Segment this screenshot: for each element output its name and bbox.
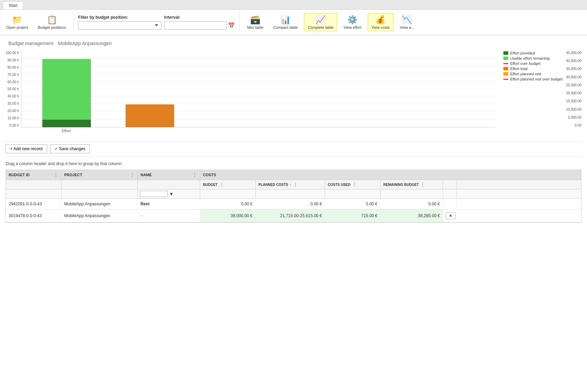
filter-row: ▼ [6, 189, 581, 199]
filter-budget-id [6, 189, 61, 198]
sub-header-row: BUDGET ⋮ PLANNED COSTS ↑ ⋮ COSTS USED ⋮ … [6, 180, 581, 189]
divider-1 [74, 12, 74, 33]
add-record-button[interactable]: + Add new record [6, 144, 47, 153]
legend-color-5 [503, 79, 508, 80]
cell-costs-used-1: 715.00 € [325, 210, 381, 222]
chart-y-axis-right: 45,000.00 40,000.00 35,000.00 30,000.00 … [563, 51, 582, 127]
sort-arrow-planned-costs[interactable]: ↑ [290, 183, 291, 187]
cell-remaining-budget-0: 0.00 € [381, 199, 443, 209]
mini-table-button[interactable]: 🗃️ Mini table [244, 14, 267, 31]
filter-name: ▼ [138, 189, 200, 198]
filter-costs-used [325, 189, 381, 198]
complete-table-icon: 📈 [315, 15, 326, 25]
col-header-name: NAME ⋮ [138, 170, 200, 180]
effort-bar [42, 51, 91, 127]
filter-select[interactable] [78, 21, 161, 29]
view-costs-icon: 💰 [375, 15, 386, 25]
budget-positions-icon: 📋 [47, 15, 57, 25]
cell-remaining-budget-1: 38,285.00 € [381, 210, 443, 222]
sub-col-remaining-budget: REMAINING BUDGET ⋮ [381, 180, 443, 189]
sub-col-action [443, 180, 457, 189]
divider-2 [239, 12, 239, 33]
col-header-project: PROJECT ⋮ [61, 170, 138, 180]
cell-budget-id-1: 3019478-0.0-0-43 [6, 210, 61, 222]
legend-item-1: Usable effort remaining [503, 56, 563, 60]
sub-col-planned-costs: PLANNED COSTS ↑ ⋮ [256, 180, 325, 189]
chart-y-axis-left: 100.00 h 90.00 h 80.00 h 70.00 h 60.00 h… [6, 51, 21, 127]
complete-table-button[interactable]: 📈 Complete table [304, 13, 337, 31]
view-a-button[interactable]: 📉 View a... [396, 14, 418, 31]
sub-col-costs-used: COSTS USED ⋮ [325, 180, 381, 189]
cell-name-0: Rest [138, 199, 200, 209]
filter-action [443, 189, 457, 198]
legend-color-2 [503, 63, 508, 64]
actions-bar: + Add new record ✓ Save changes [6, 141, 581, 156]
chart-grid [21, 51, 496, 127]
cell-planned-costs-0: 0.00 € [256, 199, 325, 209]
view-effort-icon: ⚙️ [347, 15, 358, 25]
interval-label: Interval: [164, 15, 235, 20]
compact-table-icon: 📊 [280, 15, 291, 25]
cell-project-1: MobileApp Anpassungen [61, 210, 138, 222]
x-label-effort: Effort [42, 129, 91, 133]
bar-orange [126, 104, 174, 127]
planned-rest-bar [126, 51, 174, 127]
save-changes-button[interactable]: ✓ Save changes [50, 144, 90, 153]
legend-item-4: Effort planned rest [503, 72, 563, 76]
cell-planned-costs-1: 21,715.00-25,615.00 € [256, 210, 325, 222]
page-content: Budget management MobileApp Anpassungen … [0, 35, 587, 392]
sub-col-name [138, 180, 200, 189]
legend-item-2: Effort over budget [503, 61, 563, 66]
bar-light-green [42, 59, 91, 120]
data-table: BUDGET ID ⋮ PROJECT ⋮ NAME ⋮ COSTS BUDGE… [6, 170, 581, 223]
legend-item-5: Effort planned rest over budget [503, 77, 563, 81]
filter-project [61, 189, 138, 198]
bar-dark-green [42, 120, 91, 127]
legend-item-3: Effort total [503, 67, 563, 71]
legend-color-4 [503, 72, 508, 76]
name-filter-input[interactable] [140, 191, 168, 197]
budget-positions-button[interactable]: 📋 Budget positions [34, 14, 69, 31]
interval-input[interactable] [164, 21, 227, 29]
filter-funnel-icon[interactable]: ▼ [169, 191, 174, 197]
toolbar: 📁 Open project 📋 Budget positions Filter… [0, 10, 587, 35]
close-row-button[interactable]: ✕ [446, 212, 456, 219]
effort-bar-stack [42, 59, 91, 127]
calendar-icon[interactable]: 📅 [228, 22, 235, 29]
tab-bar: Start [0, 0, 587, 10]
filter-remaining-budget [381, 189, 443, 198]
legend-color-0 [503, 51, 508, 55]
cell-action-1: ✕ [443, 210, 457, 222]
cell-costs-used-0: 0.00 € [325, 199, 381, 209]
cell-budget-0: 0.00 € [200, 199, 256, 209]
cell-action-0 [443, 199, 457, 209]
col-header-budget-id: BUDGET ID ⋮ [6, 170, 61, 180]
interval-section: Interval: 📅 [164, 15, 235, 29]
mini-table-icon: 🗃️ [250, 15, 261, 25]
sub-col-project [61, 180, 138, 189]
open-project-icon: 📁 [12, 15, 22, 25]
view-effort-button[interactable]: ⚙️ View effort [340, 14, 365, 31]
legend-color-3 [503, 67, 508, 70]
page-title: Budget management MobileApp Anpassungen [6, 40, 581, 47]
start-tab[interactable]: Start [3, 1, 23, 9]
view-costs-button[interactable]: 💰 View costs [368, 13, 393, 31]
filter-planned-costs [256, 189, 325, 198]
open-project-button[interactable]: 📁 Open project [3, 14, 32, 31]
filter-label: Filter by budget position: [78, 15, 161, 20]
col-header-costs: COSTS [200, 170, 581, 180]
compact-table-button[interactable]: 📊 Compact table [270, 14, 301, 31]
drag-hint: Drag a column header and drop it here to… [6, 159, 581, 168]
chart-container: 100.00 h 90.00 h 80.00 h 70.00 h 60.00 h… [6, 51, 581, 133]
cell-budget-id-0: 2942091-0.0-0-43 [6, 199, 61, 209]
cell-project-0: MobileApp Anpassungen [61, 199, 138, 209]
cell-budget-1: 39,000.00 € [200, 210, 256, 222]
cell-name-1: - [138, 210, 200, 222]
filter-budget [200, 189, 256, 198]
legend-color-1 [503, 57, 508, 60]
legend-item-0: Effort provided [503, 51, 563, 55]
chart-legend: Effort provided Usable effort remaining … [503, 51, 563, 82]
table-row: 3019478-0.0-0-43 MobileApp Anpassungen -… [6, 210, 581, 222]
sub-col-budget-id [6, 180, 61, 189]
filter-section: Filter by budget position: [78, 15, 161, 29]
